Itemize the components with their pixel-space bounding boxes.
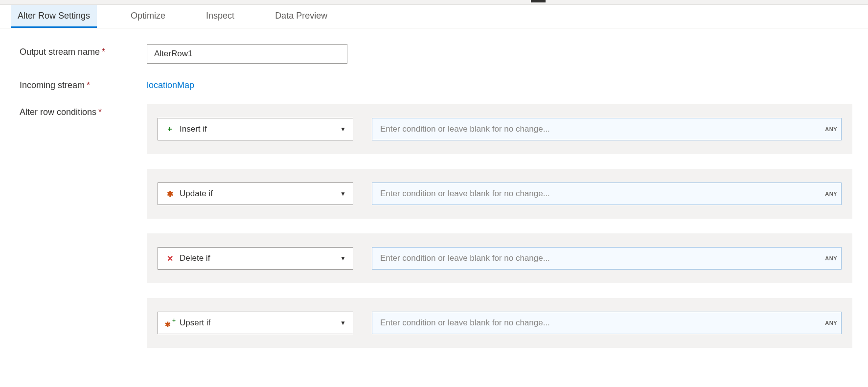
any-badge: ANY (821, 255, 837, 261)
required-indicator: * (87, 80, 90, 90)
condition-insert: + Insert if ▼ ANY (147, 104, 852, 154)
required-indicator: * (98, 107, 102, 117)
chevron-down-icon: ▼ (340, 126, 346, 133)
condition-type-label: Update if (180, 189, 340, 199)
conditions-row: Alter row conditions* + Insert if ▼ ANY … (20, 104, 852, 363)
conditions-list: + Insert if ▼ ANY ✱ Update if ▼ ANY (147, 104, 852, 363)
tab-inspect[interactable]: Inspect (199, 5, 241, 28)
condition-upsert: ✱+ Upsert if ▼ ANY (147, 298, 852, 348)
incoming-stream-label: Incoming stream* (20, 77, 147, 91)
tab-optimize[interactable]: Optimize (124, 5, 172, 28)
condition-type-label: Delete if (180, 253, 340, 263)
condition-type-select[interactable]: ✱+ Upsert if ▼ (158, 312, 353, 334)
output-stream-row: Output stream name* (20, 44, 852, 64)
condition-expression-field[interactable]: ANY (372, 182, 842, 205)
incoming-stream-link[interactable]: locationMap (147, 77, 194, 91)
condition-update: ✱ Update if ▼ ANY (147, 169, 852, 219)
condition-expression-field[interactable]: ANY (372, 247, 842, 270)
condition-expression-field[interactable]: ANY (372, 118, 842, 140)
any-badge: ANY (821, 126, 837, 132)
required-indicator: * (102, 47, 105, 57)
condition-delete: ✕ Delete if ▼ ANY (147, 233, 852, 283)
tab-content: Output stream name* Incoming stream* loc… (0, 28, 868, 363)
chevron-down-icon: ▼ (340, 319, 346, 326)
plus-icon: + (165, 125, 175, 134)
output-stream-label: Output stream name* (20, 44, 147, 57)
label-text: Alter row conditions (20, 107, 96, 117)
tab-data-preview[interactable]: Data Preview (268, 5, 334, 28)
condition-type-select[interactable]: ✱ Update if ▼ (158, 182, 353, 205)
condition-type-select[interactable]: + Insert if ▼ (158, 118, 353, 140)
label-text: Output stream name (20, 47, 100, 57)
conditions-label: Alter row conditions* (20, 104, 147, 117)
output-stream-input[interactable] (147, 44, 347, 64)
asterisk-icon: ✱ (165, 189, 175, 199)
tabs-container: Alter Row Settings Optimize Inspect Data… (0, 5, 868, 28)
incoming-stream-row: Incoming stream* locationMap (20, 77, 852, 91)
upsert-icon: ✱+ (165, 319, 175, 327)
condition-expression-input[interactable] (380, 189, 821, 199)
condition-expression-field[interactable]: ANY (372, 312, 842, 334)
resize-grip[interactable] (531, 0, 546, 2)
condition-type-label: Upsert if (180, 318, 340, 328)
label-text: Incoming stream (20, 80, 85, 90)
chevron-down-icon: ▼ (340, 255, 346, 262)
panel-top-bar (0, 0, 868, 5)
tab-alter-row-settings[interactable]: Alter Row Settings (11, 5, 97, 28)
condition-expression-input[interactable] (380, 124, 821, 134)
any-badge: ANY (821, 191, 837, 197)
condition-type-label: Insert if (180, 124, 340, 134)
any-badge: ANY (821, 320, 837, 326)
x-icon: ✕ (165, 254, 175, 263)
condition-expression-input[interactable] (380, 253, 821, 263)
condition-type-select[interactable]: ✕ Delete if ▼ (158, 247, 353, 270)
chevron-down-icon: ▼ (340, 190, 346, 197)
condition-expression-input[interactable] (380, 318, 821, 328)
